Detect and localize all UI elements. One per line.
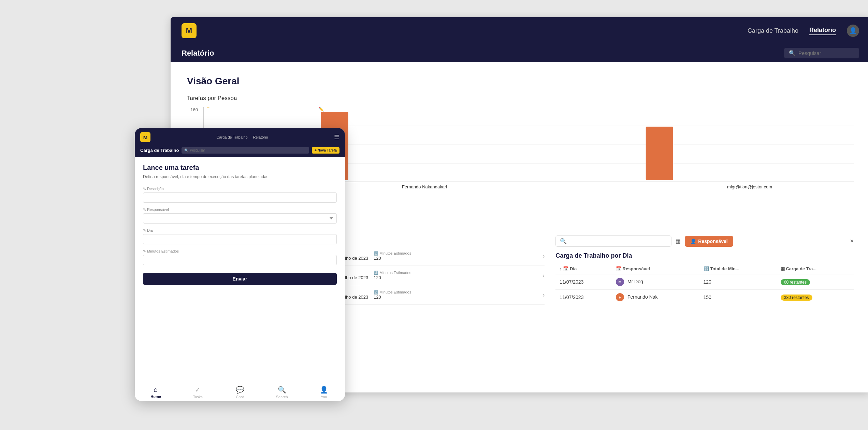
table-search[interactable]: 🔍 <box>555 235 671 247</box>
mobile-header: M Carga de Trabalho Relatório ☰ <box>135 128 345 145</box>
svg-text:✏️: ✏️ <box>318 107 324 112</box>
field-dia: ✎ Dia <box>143 228 337 244</box>
bottom-nav-tasks[interactable]: ✓ Tasks <box>177 386 219 399</box>
input-descricao[interactable] <box>143 192 337 203</box>
chevron-icon: › <box>542 253 545 260</box>
mobile-subheader: Carga de Trabalho 🔍 + Nova Tarefa <box>135 145 345 157</box>
form-title: Lance uma tarefa <box>143 164 337 172</box>
submit-button[interactable]: Enviar <box>143 273 337 285</box>
task-min-2: 120 <box>374 275 411 280</box>
desktop-header: M Carga de Trabalho Relatório 👤 <box>171 17 868 44</box>
bottom-nav-chat[interactable]: 💬 Chat <box>219 386 261 399</box>
new-task-button[interactable]: + Nova Tarefa <box>312 147 339 154</box>
table-toolbar: 🔍 ▦ 👤 Responsável × <box>555 235 854 247</box>
bar-x-label-2: migr@tion@jestor.com <box>529 184 854 189</box>
mobile-app: M Carga de Trabalho Relatório ☰ Carga de… <box>135 128 345 401</box>
home-icon: ⌂ <box>154 386 158 393</box>
mobile-nav-carga[interactable]: Carga de Trabalho <box>216 135 247 139</box>
field-responsavel: ✎ Responsável <box>143 207 337 224</box>
nav-carga-trabalho[interactable]: Carga de Trabalho <box>748 27 798 34</box>
header-avatar[interactable]: 👤 <box>847 25 859 37</box>
form-subtitle: Defina responsável, dia e tempo de execu… <box>143 174 337 180</box>
input-minutos[interactable] <box>143 255 337 265</box>
search-label: Search <box>276 395 288 399</box>
chevron-icon: › <box>542 291 545 299</box>
table-row[interactable]: 11/07/2023 F Fernando Nak 150 330 restan… <box>555 290 854 305</box>
cell-dia-1: 11/07/2023 <box>555 274 612 290</box>
avatar-2: F <box>616 293 624 301</box>
chat-label: Chat <box>236 395 244 399</box>
desktop-subheader: Relatório 🔍 <box>171 44 868 62</box>
search-nav-icon: 🔍 <box>278 386 286 394</box>
mobile-header-top: M Carga de Trabalho Relatório ☰ <box>140 132 339 142</box>
person-icon: 👤 <box>690 239 696 244</box>
nav-relatorio[interactable]: Relatório <box>809 27 836 35</box>
cell-total-2: 150 <box>699 290 777 305</box>
badge-green: 60 restantes <box>781 279 810 285</box>
mobile-body: Lance uma tarefa Defina responsável, dia… <box>135 157 345 382</box>
bottom-nav-home[interactable]: ⌂ Home <box>135 386 177 399</box>
desktop-search-bar[interactable]: 🔍 <box>784 48 859 58</box>
you-icon: 👤 <box>320 386 328 394</box>
col-responsavel: 📅 Responsável <box>612 263 699 274</box>
svg-rect-5 <box>646 127 673 180</box>
mobile-search-bar[interactable]: 🔍 <box>182 147 309 154</box>
chat-icon: 💬 <box>236 386 244 394</box>
cell-total-1: 120 <box>699 274 777 290</box>
close-button[interactable]: × <box>850 238 854 245</box>
cell-responsavel-2: F Fernando Nak <box>612 290 699 305</box>
task-min-1: 120 <box>374 256 411 261</box>
label-descricao: ✎ Descrição <box>143 187 337 191</box>
cell-carga-1: 60 restantes <box>777 274 854 290</box>
home-label: Home <box>150 395 161 399</box>
hamburger-icon[interactable]: ☰ <box>334 133 339 141</box>
tasks-label: Tasks <box>193 395 203 399</box>
search-icon: 🔍 <box>789 50 796 56</box>
carga-title: Carga de Trabalho por Dia <box>555 252 854 259</box>
mobile-bottom-nav: ⌂ Home ✓ Tasks 💬 Chat 🔍 Search 👤 You <box>135 382 345 401</box>
col-total: 🔢 Total de Min... <box>699 263 777 274</box>
bottom-nav-you[interactable]: 👤 You <box>303 386 345 399</box>
col-dia: ↕ 📅 Dia <box>555 263 612 274</box>
svg-text:✏️: ✏️ <box>204 107 210 109</box>
field-descricao: ✎ Descrição <box>143 187 337 203</box>
mobile-page-title: Carga de Trabalho <box>140 148 179 153</box>
you-label: You <box>321 395 327 399</box>
bottom-nav-search[interactable]: 🔍 Search <box>261 386 303 399</box>
avatar-1: M <box>616 278 624 286</box>
label-responsavel: ✎ Responsável <box>143 207 337 212</box>
grid-icon: ▦ <box>676 238 681 244</box>
search-input[interactable] <box>798 50 854 56</box>
field-minutos: ✎ Minutos Estimados <box>143 249 337 265</box>
table-row[interactable]: 11/07/2023 M Mr Dog 120 60 restantes <box>555 274 854 290</box>
col-carga: ▦ Carga de Tra... <box>777 263 854 274</box>
mobile-logo: M <box>140 132 150 142</box>
cell-dia-2: 11/07/2023 <box>555 290 612 305</box>
tasks-icon: ✓ <box>195 386 201 394</box>
label-minutos: ✎ Minutos Estimados <box>143 249 337 254</box>
responsavel-button[interactable]: 👤 Responsável <box>685 236 733 247</box>
section1-title: Visão Geral <box>187 76 854 87</box>
mobile-nav-relatorio[interactable]: Relatório <box>253 135 268 139</box>
select-responsavel[interactable] <box>143 213 337 224</box>
chevron-icon: › <box>542 272 545 279</box>
table-search-input[interactable] <box>569 239 667 244</box>
badge-yellow: 330 restantes <box>781 295 812 301</box>
header-nav: Carga de Trabalho Relatório 👤 <box>748 25 859 37</box>
mobile-nav: Carga de Trabalho Relatório <box>216 135 268 139</box>
label-dia: ✎ Dia <box>143 228 337 233</box>
mobile-search-icon: 🔍 <box>184 148 188 152</box>
task-min-3: 120 <box>374 295 411 300</box>
page-title: Relatório <box>182 49 214 58</box>
input-dia[interactable] <box>143 234 337 244</box>
search-icon-sm: 🔍 <box>560 238 567 244</box>
right-table-area: 🔍 ▦ 👤 Responsável × Carga de Trabalho po… <box>555 235 854 305</box>
y-label-160: 160 <box>187 107 198 112</box>
logo-icon: M <box>182 23 197 38</box>
chart-label: Tarefas por Pessoa <box>187 95 854 102</box>
mobile-search-input[interactable] <box>190 148 306 152</box>
carga-table: ↕ 📅 Dia 📅 Responsável 🔢 Total de Min... … <box>555 263 854 305</box>
cell-responsavel-1: M Mr Dog <box>612 274 699 290</box>
cell-carga-2: 330 restantes <box>777 290 854 305</box>
